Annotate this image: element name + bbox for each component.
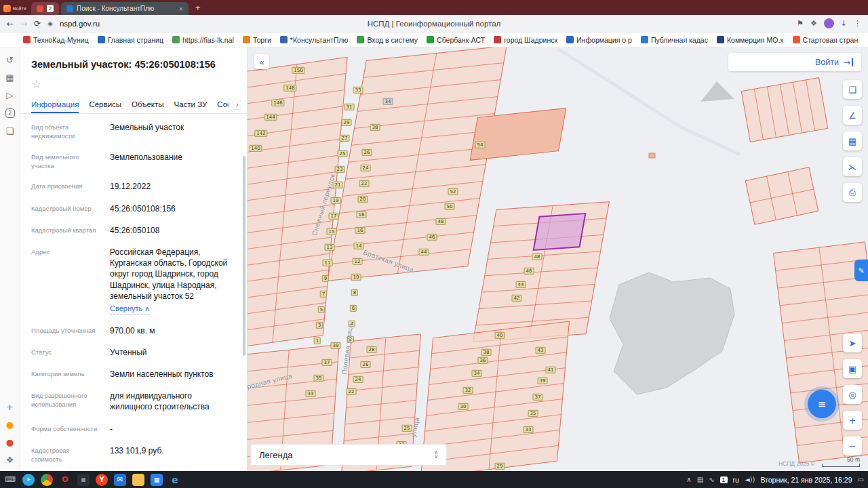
clock[interactable]: Вторник, 21 янв 2025, 16:29 <box>760 476 852 484</box>
extensions-icon[interactable]: ❖ <box>810 19 817 28</box>
tab-Сервисы[interactable]: Сервисы <box>89 96 121 113</box>
legend-bar[interactable]: Легенда ∧ ∨ <box>250 444 447 466</box>
bookmark-item[interactable]: ТехноКад-Муниц <box>23 36 89 44</box>
bookmark-item[interactable]: Информация о р <box>566 36 632 44</box>
panel-tabs-row: ИнформацияСервисыОбъектыЧасти ЗУСоста › <box>20 96 247 114</box>
url-text[interactable]: nspd.gov.ru <box>60 20 100 28</box>
collapse-link[interactable]: Свернуть ∧ <box>110 304 150 314</box>
new-tab-button[interactable]: + <box>191 3 205 15</box>
bookmark-item[interactable]: город Шадринск <box>494 36 557 44</box>
extensions-icon[interactable]: ❖ <box>6 455 14 464</box>
measure-tool[interactable]: ∠ <box>843 106 862 125</box>
panel-title: Земельный участок: 45:26:050108:156 <box>20 47 247 70</box>
tray-icon[interactable]: ∿ <box>709 476 714 483</box>
cadastral-block[interactable] <box>745 167 818 225</box>
print-tool[interactable]: ⎙ <box>843 183 862 202</box>
bookmark-item[interactable]: Главная страниц <box>98 36 163 44</box>
favorite-star-icon[interactable]: ☆ <box>20 70 247 92</box>
tab-nspd[interactable]: 2 <box>31 2 59 15</box>
bookmark-item[interactable]: *КонсультантПлю <box>280 36 349 44</box>
history-icon[interactable]: ↺ <box>6 56 14 64</box>
bookmark-favicon-icon <box>243 36 250 43</box>
extent-tool[interactable]: ▣ <box>843 359 862 378</box>
tab-consultant[interactable]: Поиск - КонсультантПлю × <box>61 2 189 15</box>
telegram-icon[interactable]: ➤ <box>22 474 35 486</box>
field-value-text: 133 101,9 руб. <box>110 445 236 456</box>
messenger-icon[interactable]: ❏ <box>6 127 14 136</box>
bookmark-item[interactable]: Торги <box>243 36 271 44</box>
bookmark-flag-icon[interactable]: ⚑ <box>797 19 804 28</box>
chrome-icon[interactable] <box>41 474 53 486</box>
volume-icon[interactable]: ◄)) <box>745 476 755 483</box>
bookmark-item[interactable]: Коммерция МО.х <box>717 36 784 44</box>
panel-collapse-button[interactable]: « <box>254 54 269 69</box>
select-area-tool[interactable]: ▦ <box>843 131 862 150</box>
cadastral-block[interactable] <box>328 47 507 281</box>
bookmark-item[interactable]: Стартовая стран <box>793 36 859 44</box>
field-row: Кадастровый квартал45:26:050108 <box>31 220 236 241</box>
map-login-bar[interactable]: Войти → <box>728 53 861 71</box>
field-label: Форма собственности <box>31 424 100 434</box>
zoom-in-tool[interactable]: + <box>843 411 862 430</box>
field-value: 133 101,9 руб. <box>110 445 236 464</box>
tab-Объекты[interactable]: Объекты <box>132 96 163 113</box>
browser-sidebar: ↺▦▷2❏ +●●❖ <box>0 47 20 471</box>
share-tool[interactable]: ⋋ <box>843 157 862 176</box>
tray-icon[interactable]: ∧ <box>686 476 691 483</box>
services-icon[interactable]: ▦ <box>5 73 14 82</box>
footpath <box>558 49 740 155</box>
keyboard-icon[interactable]: ⌨ <box>4 474 16 486</box>
tab-Соста[interactable]: Соста <box>217 96 228 113</box>
bookmark-item[interactable]: Вход в систему <box>357 36 418 44</box>
zoom-out-tool[interactable]: − <box>843 436 862 455</box>
bookmark-label: Публичная кадас <box>651 36 708 44</box>
browser-menu-icon[interactable]: ⋮ <box>854 19 861 28</box>
tab-Информация[interactable]: Информация <box>31 96 79 113</box>
language-indicator[interactable]: ru <box>733 476 739 484</box>
legend-toggle-icon[interactable]: ∧ ∨ <box>434 451 438 459</box>
app-blue-icon[interactable]: ▦ <box>151 474 163 486</box>
map-area[interactable]: 1501481461441421403331292725232119171513… <box>248 47 868 471</box>
selected-parcel-highlight[interactable] <box>534 214 586 250</box>
back-button[interactable]: ← <box>7 19 14 28</box>
field-row: Форма собственности- <box>31 418 236 440</box>
cadastral-block[interactable] <box>248 57 347 349</box>
mail-icon[interactable]: ✉ <box>114 474 126 486</box>
browser-profile-chip[interactable]: Войти <box>2 5 29 15</box>
notification-center-icon[interactable]: ▭ <box>858 476 864 483</box>
field-row: Площадь уточненная970.00 кв. м <box>31 320 236 342</box>
locate-tool[interactable]: ➤ <box>843 333 862 352</box>
download-icon[interactable]: ↓ <box>841 19 847 28</box>
bookmark-item[interactable]: Публичная кадас <box>641 36 708 44</box>
feedback-side-tab[interactable]: ✎ <box>854 260 868 281</box>
tab-close-icon[interactable]: × <box>179 5 183 13</box>
browser-avatar[interactable] <box>824 18 834 28</box>
bookmark-favicon-icon <box>280 36 288 43</box>
forward-button[interactable]: → <box>20 19 27 28</box>
info-tool[interactable]: ◎ <box>843 385 862 404</box>
layers-tool[interactable]: ❏ <box>843 80 862 99</box>
refresh-button[interactable]: ⟳ <box>34 19 41 28</box>
panel-scrollbar[interactable] <box>243 156 245 356</box>
add-panel-icon[interactable]: + <box>6 403 14 411</box>
chat-fab-button[interactable]: ≡ <box>808 390 836 418</box>
site-security-icon[interactable]: ◈ <box>47 20 53 27</box>
explorer-icon[interactable] <box>132 474 144 486</box>
yandex-app2-icon[interactable]: ● <box>6 438 14 447</box>
tabs-scroll-button[interactable]: › <box>233 100 241 110</box>
edge-icon[interactable]: e <box>169 474 181 486</box>
map-canvas <box>248 47 868 471</box>
tray-icon[interactable]: ▤ <box>697 476 703 483</box>
map-tools-top: ❏∠▦⋋⎙ <box>843 80 862 202</box>
yandex-app-icon[interactable]: ● <box>6 420 14 429</box>
player-icon[interactable]: ▷ <box>7 91 14 100</box>
cadastral-block[interactable] <box>741 78 827 142</box>
bookmark-item[interactable]: Сбербанк-АСТ <box>427 36 485 44</box>
bookmark-item[interactable]: https://fias-lk.nal <box>172 36 234 44</box>
field-value: 19.12.2022 <box>110 181 236 192</box>
opera-icon[interactable]: O <box>59 474 71 486</box>
tab-Части ЗУ[interactable]: Части ЗУ <box>174 96 208 113</box>
tab-counter-box[interactable]: 2 <box>5 108 15 118</box>
app-dark-icon[interactable]: ▪ <box>77 474 90 486</box>
yandex-browser-icon[interactable]: Y <box>96 474 108 486</box>
